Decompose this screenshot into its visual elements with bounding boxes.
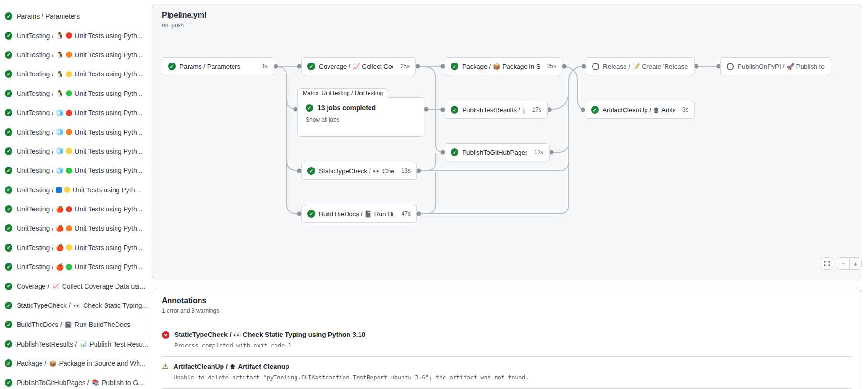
label-text: UnitTesting / (17, 224, 53, 232)
sidebar-job-item[interactable]: ✓UnitTesting / 🧊 Unit Tests using Pyth..… (0, 103, 152, 122)
sidebar-job-item[interactable]: ✓UnitTesting / 🍎 Unit Tests using Pyth..… (0, 219, 152, 238)
sidebar-job-item[interactable]: ✓UnitTesting / 🐧 Unit Tests using Pyth..… (0, 64, 152, 84)
job-duration: 25s (397, 63, 410, 70)
sidebar-job-label: UnitTesting / Unit Tests using Pyth... (17, 186, 140, 194)
annotation-job-link[interactable]: ArtifactCleanUp / 🗑 Artifact Cleanup (173, 363, 529, 370)
sidebar-job-item[interactable]: ✓UnitTesting / 🍎 Unit Tests using Pyth..… (0, 257, 152, 276)
job-duration: 13s (530, 149, 543, 156)
sidebar-job-item[interactable]: ✓Params / Parameters (0, 7, 152, 26)
sidebar-job-item[interactable]: ✓UnitTesting / 🧊 Unit Tests using Pyth..… (0, 142, 152, 161)
show-all-jobs-link[interactable]: Show all jobs (306, 116, 416, 123)
matrix-group-card[interactable]: ✓ 13 jobs completed Show all jobs (297, 97, 424, 137)
job-node-label: BuildTheDocs / 📓 Run Buil... (319, 210, 394, 218)
label-text: ArtifactCleanUp / (173, 363, 228, 370)
label-text: StaticTypeCheck / (174, 331, 232, 338)
job-node-publishonpypi[interactable]: PublishOnPyPI / 🚀 Publish to ... (720, 57, 831, 75)
label-text: UnitTesting / (17, 167, 53, 174)
job-node-publishtestresults[interactable]: ✓PublishTestResults / 📊 Pu...17s (445, 101, 548, 119)
label-text: Unit Tests using Pyth... (73, 186, 140, 194)
success-icon: ✓ (5, 109, 12, 116)
skipped-icon (727, 63, 734, 70)
label-text: UnitTesting / (17, 147, 53, 155)
sidebar-job-item[interactable]: ✓Coverage / 📈 Collect Coverage Data usi.… (0, 276, 152, 295)
label-text: Params / Parameters (180, 63, 241, 70)
zoom-in-button[interactable]: + (849, 258, 861, 269)
sidebar-job-item[interactable]: ✓PublishToGitHubPages / 📚 Publish to G..… (0, 373, 152, 389)
python-version-yellow-dot (66, 148, 72, 154)
sidebar-job-item[interactable]: ✓PublishTestResults / 📊 Publish Test Res… (0, 335, 152, 354)
label-text: UnitTesting / (17, 128, 53, 136)
success-icon: ✓ (5, 186, 12, 194)
sidebar-job-item[interactable]: ✓UnitTesting / 🐧 Unit Tests using Pyth..… (0, 26, 152, 45)
job-node-buildthedocs[interactable]: ✓BuildTheDocs / 📓 Run Buil...47s (301, 205, 417, 223)
graph-header: Pipeline.yml on: push (162, 11, 206, 29)
python-version-red-dot (66, 32, 72, 39)
sidebar-job-item[interactable]: ✓UnitTesting / 🧊 Unit Tests using Pyth..… (0, 122, 152, 141)
memo-icon: 📝 (632, 63, 640, 70)
chart-increasing-icon: 📈 (52, 283, 59, 289)
label-text: Coverage / (319, 63, 350, 70)
label-text: Package in Source and Wh... (59, 359, 146, 367)
sidebar-job-item[interactable]: ✓UnitTesting / 🍎 Unit Tests using Pyth..… (0, 200, 152, 219)
job-node-artifactcleanup[interactable]: ✓ArtifactCleanUp / 🗑 Artifac...3s (585, 101, 695, 119)
sidebar-job-item[interactable]: ✓UnitTesting / 🍎 Unit Tests using Pyth..… (0, 238, 152, 257)
label-text: Collect Cove... (362, 63, 392, 70)
success-icon: ✓ (5, 302, 12, 309)
label-text: Unit Tests using Pyth... (74, 90, 142, 97)
wastebasket-icon: 🗑 (230, 364, 236, 370)
label-text: Unit Tests using Pyth... (74, 147, 142, 155)
label-text: Unit Tests using Pyth... (74, 70, 142, 78)
fullscreen-button[interactable] (821, 257, 833, 270)
job-node-statictypecheck[interactable]: ✓StaticTypeCheck / 👀 Chec...13s (301, 162, 417, 180)
matrix-group-tab[interactable]: Matrix: UnitTesting / UnitTesting (297, 88, 388, 98)
success-icon: ✓ (5, 70, 12, 78)
sidebar-job-label: Params / Parameters (17, 12, 80, 20)
label-text: Params / Parameters (17, 12, 80, 20)
job-node-params[interactable]: ✓Params / Parameters1s (162, 57, 274, 75)
label-text: PublishTestResults / (462, 106, 520, 114)
sidebar-job-item[interactable]: ✓StaticTypeCheck / 👀 Check Static Typing… (0, 296, 152, 315)
macos-apple-icon: 🍎 (56, 225, 64, 231)
bar-chart-icon: 📊 (79, 341, 87, 347)
job-duration: 25s (543, 63, 556, 70)
success-icon: ✓ (306, 104, 313, 112)
sidebar-job-item[interactable]: ✓UnitTesting / 🧊 Unit Tests using Pyth..… (0, 161, 152, 180)
bar-chart-icon: 📊 (522, 107, 525, 113)
zoom-out-button[interactable]: − (837, 258, 849, 269)
python-version-green-dot (66, 264, 72, 270)
sidebar-job-item[interactable]: ✓UnitTesting / 🐧 Unit Tests using Pyth..… (0, 84, 152, 103)
python-version-yellow-dot (66, 244, 72, 251)
sidebar-job-label: UnitTesting / 🍎 Unit Tests using Pyth... (17, 244, 142, 252)
rocket-icon: 🚀 (786, 63, 794, 70)
sidebar-job-label: Package / 📦 Package in Source and Wh... (17, 359, 146, 367)
sidebar-job-label: UnitTesting / 🐧 Unit Tests using Pyth... (17, 90, 142, 97)
macos-apple-icon: 🍎 (56, 206, 64, 212)
job-node-coverage[interactable]: ✓Coverage / 📈 Collect Cove...25s (301, 57, 416, 75)
sidebar-job-label: UnitTesting / 🧊 Unit Tests using Pyth... (17, 167, 142, 174)
label-text: Chec... (382, 168, 394, 175)
sidebar-job-item[interactable]: ✓Package / 📦 Package in Source and Wh... (0, 354, 152, 373)
linux-penguin-icon: 🐧 (56, 71, 64, 77)
sidebar-job-item[interactable]: ✓BuildTheDocs / 📓 Run BuildTheDocs (0, 315, 152, 334)
windows-icon (56, 187, 62, 193)
job-node-release[interactable]: Release / 📝 Create 'Release P... (586, 57, 695, 75)
annotation-message: Unable to delete artifact "pyTooling.CLI… (173, 374, 529, 381)
label-text: Run BuildTheDocs (74, 321, 130, 328)
annotation-job-link[interactable]: StaticTypeCheck / 👀 Check Static Typing … (174, 331, 365, 338)
success-icon: ✓ (5, 283, 12, 290)
macos-apple-icon: 🍎 (56, 264, 64, 270)
label-text: Package / (462, 63, 491, 70)
sidebar-job-label: UnitTesting / 🧊 Unit Tests using Pyth... (17, 128, 142, 136)
label-text: Coverage / (17, 283, 49, 290)
sidebar-job-item[interactable]: ✓UnitTesting / Unit Tests using Pyth... (0, 180, 152, 200)
success-icon: ✓ (451, 63, 458, 70)
job-node-publishtogithubpages[interactable]: ✓PublishToGitHubPages / 📚 ...13s (445, 143, 550, 161)
label-text: UnitTesting / (17, 90, 53, 97)
notebook-icon: 📓 (365, 211, 372, 217)
job-node-label: Params / Parameters (180, 63, 241, 70)
label-text: Unit Tests using Pyth... (74, 128, 142, 136)
linux-penguin-icon: 🐧 (56, 90, 64, 96)
label-text: Check Static Typing using Python 3.10 (243, 331, 365, 338)
job-node-package[interactable]: ✓Package / 📦 Package in So...25s (445, 57, 562, 75)
sidebar-job-item[interactable]: ✓UnitTesting / 🐧 Unit Tests using Pyth..… (0, 45, 152, 64)
